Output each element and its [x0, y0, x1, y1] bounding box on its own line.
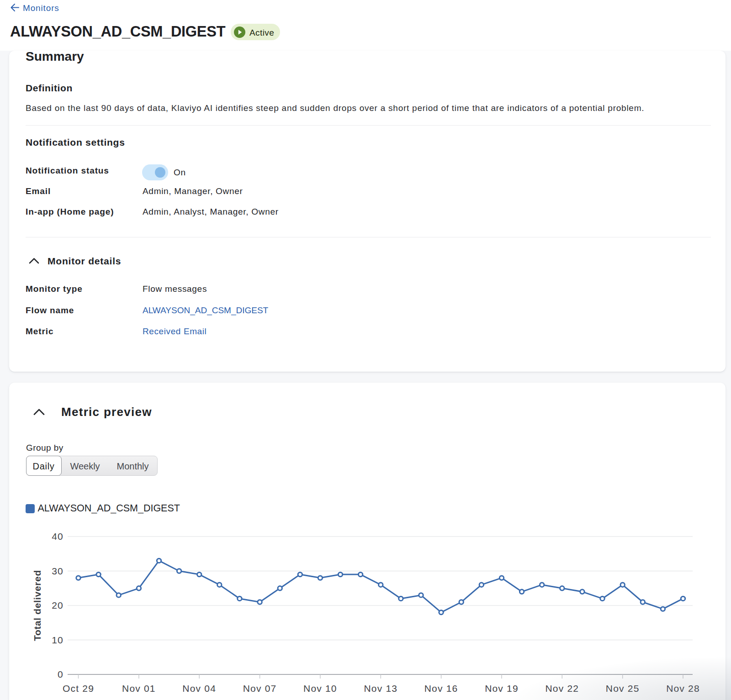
svg-text:Nov 01: Nov 01 — [122, 683, 156, 694]
svg-text:Nov 07: Nov 07 — [243, 683, 277, 694]
svg-text:30: 30 — [52, 566, 64, 576]
svg-text:0: 0 — [58, 669, 64, 679]
svg-text:Nov 13: Nov 13 — [364, 683, 397, 694]
svg-text:40: 40 — [52, 531, 64, 542]
svg-text:Nov 10: Nov 10 — [303, 683, 337, 694]
svg-text:10: 10 — [52, 635, 64, 645]
svg-text:20: 20 — [52, 600, 64, 611]
svg-text:Nov 04: Nov 04 — [182, 683, 216, 694]
svg-text:Total delivered: Total delivered — [32, 570, 42, 641]
svg-text:Oct 29: Oct 29 — [63, 683, 94, 694]
